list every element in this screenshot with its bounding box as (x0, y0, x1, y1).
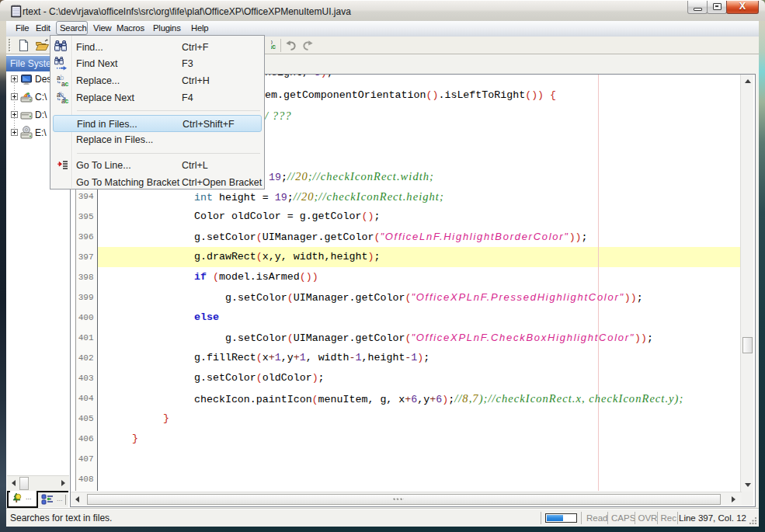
svg-text:c: c (65, 80, 69, 88)
svg-text:c: c (65, 97, 69, 105)
